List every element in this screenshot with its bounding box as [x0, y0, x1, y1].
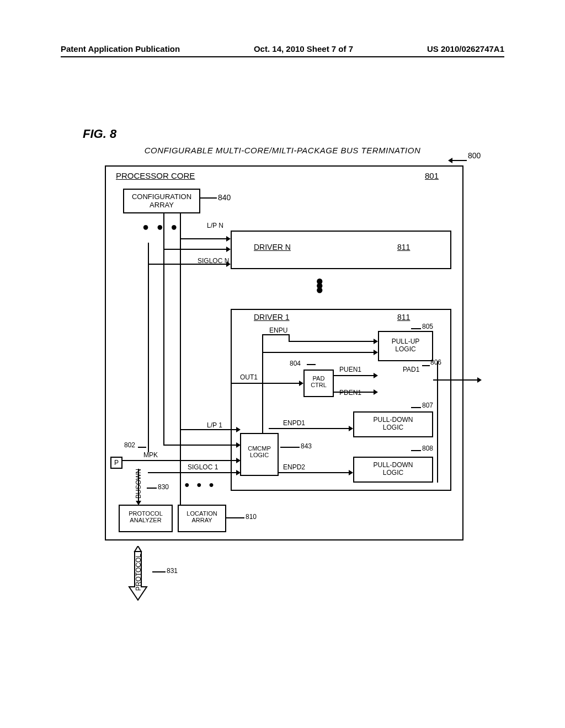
pulldown-logic-2-box: PULL-DOWN LOGIC [353, 457, 433, 483]
leader-806 [422, 365, 430, 366]
busown-head [136, 501, 141, 505]
leader-808 [411, 450, 421, 451]
header-center: Oct. 14, 2010 Sheet 7 of 7 [254, 44, 353, 53]
lp1-line [180, 429, 236, 430]
leader-840 [200, 197, 217, 199]
enpd2-label: ENPD2 [283, 463, 305, 471]
pad-out-line [433, 379, 477, 381]
enpd2-head [349, 470, 353, 475]
pulldown-logic-1-box: PULL-DOWN LOGIC [353, 411, 433, 437]
header-right: US 2010/0262747A1 [427, 44, 504, 53]
pullup-logic-box: PULL-UP LOGIC [378, 331, 433, 361]
header-left: Patent Application Publication [61, 44, 180, 53]
h-drvn-2-head [226, 247, 231, 252]
ref-840: 840 [218, 193, 231, 202]
mpk-head [236, 458, 241, 463]
lpn-label: L/P N [207, 222, 223, 229]
h-drvn-3-head [226, 261, 231, 267]
h-drvn-3 [148, 264, 226, 265]
out1-line [231, 383, 299, 384]
p-box: P [110, 457, 122, 469]
leader-804 [307, 364, 316, 365]
h-drvn-1 [180, 238, 226, 239]
location-array-box: LOCATION ARRAY [178, 505, 226, 532]
leader-831 [152, 571, 166, 572]
enpu-head2 [374, 350, 378, 355]
leader-802 [138, 447, 146, 448]
leader-800 [452, 160, 467, 161]
ref-807: 807 [422, 402, 433, 409]
sigloc1-line [148, 472, 236, 473]
leader-830 [147, 488, 157, 489]
pden1-label: PDEN1 [339, 389, 361, 397]
leader-810 [226, 517, 244, 518]
driver-1-label: DRIVER 1 [254, 313, 290, 322]
driver-n-label: DRIVER N [254, 243, 291, 251]
bus-v2 [148, 243, 149, 452]
ref-830: 830 [158, 483, 169, 491]
protocol-analyzer-box: PROTOCOL ANALYZER [119, 505, 173, 532]
ellipsis-icon: ● ● ● [142, 221, 179, 233]
h-drvn-2 [163, 249, 226, 250]
pad-ctrl-box: PAD CTRL [303, 370, 334, 397]
pden1-head [374, 389, 378, 395]
leader-843 [280, 447, 300, 448]
bus1-to-cmcmp [163, 445, 237, 446]
mpk-label: MPK [143, 451, 158, 459]
enpu-head [374, 339, 378, 344]
out1-head [299, 381, 303, 386]
ref-811a: 811 [397, 243, 410, 251]
busown-v [138, 469, 139, 501]
ref-831: 831 [167, 567, 178, 575]
pden1-line [334, 392, 374, 393]
pad1-label: PAD1 [403, 366, 419, 373]
enpu-v [262, 334, 263, 433]
enpd1-head [349, 426, 353, 431]
pad-v [437, 361, 438, 483]
leader-807 [411, 407, 421, 408]
bus-v1 [163, 213, 164, 445]
ref-808: 808 [422, 445, 433, 452]
ref-804: 804 [290, 360, 301, 367]
h-drvn-1-head [226, 236, 231, 242]
puen1-label: PUEN1 [339, 366, 361, 373]
vertical-ellipsis-icon: ●●● [316, 279, 324, 292]
enpu-label: ENPU [269, 326, 287, 334]
leader-805 [411, 328, 421, 329]
figure-label: FIG. 8 [83, 127, 116, 141]
protocol-label: PROTOCOL [135, 554, 142, 591]
enpd2-line [279, 472, 349, 473]
ellipsis-icon-2: ● ● ● [184, 480, 216, 490]
leader-800-head [448, 158, 452, 163]
enpu-h1 [262, 334, 289, 335]
ref-810: 810 [246, 513, 257, 521]
ref-801: 801 [425, 171, 439, 180]
bus1-to-cmcmp-head [236, 442, 241, 448]
sigloc1-head [236, 470, 241, 475]
ref-843: 843 [301, 442, 312, 450]
enpu-h2 [289, 341, 374, 342]
ref-802: 802 [124, 441, 135, 449]
lp1-label: L/P 1 [207, 421, 222, 429]
puen1-head [374, 373, 378, 378]
mpk-line [122, 460, 236, 461]
processor-core-label: PROCESSOR CORE [116, 171, 195, 180]
ref-806: 806 [430, 358, 441, 366]
enpd1-label: ENPD1 [283, 419, 305, 427]
ref-800: 800 [468, 151, 481, 160]
ref-805: 805 [422, 323, 433, 330]
lp1-head [236, 427, 241, 432]
enpu-h3 [262, 352, 374, 353]
enpd1-line [269, 428, 349, 429]
cmcmp-logic-box: CMCMP LOGIC [240, 433, 279, 476]
sigloc1-label: SIGLOC 1 [188, 463, 218, 471]
puen1-line [334, 375, 374, 376]
svg-marker-1 [135, 546, 141, 552]
bus-v3 [180, 213, 181, 511]
ref-811b: 811 [397, 313, 410, 322]
pad-out-head [477, 377, 482, 383]
configuration-array-box: CONFIGURATION ARRAY [123, 189, 200, 213]
out1-label: OUT1 [240, 373, 258, 381]
header-rule [61, 56, 504, 57]
